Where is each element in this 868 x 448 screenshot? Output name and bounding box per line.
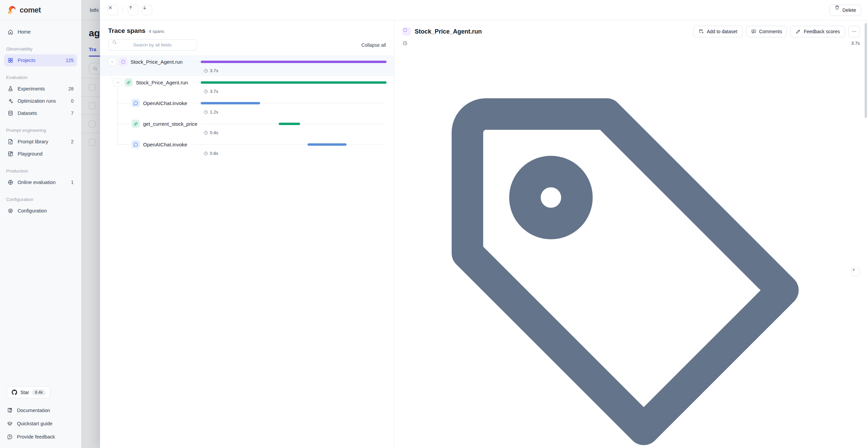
sidebar-link-label: Provide feedback bbox=[17, 434, 55, 440]
span-name: Stock_Price_Agent.run bbox=[131, 59, 182, 65]
span-duration-label: 3.7s bbox=[203, 68, 218, 73]
sidebar-link-label: Documentation bbox=[17, 408, 50, 413]
expand-chevron-button[interactable] bbox=[114, 78, 122, 86]
comment-icon bbox=[751, 29, 756, 34]
star-count-badge: 8.4k bbox=[32, 389, 46, 395]
sidebar-item-count: 2 bbox=[71, 139, 74, 144]
trace-span-row[interactable]: OpenAIChat.invoke1.2s bbox=[100, 97, 394, 117]
sidebar-item-label: Experiments bbox=[18, 86, 64, 91]
add-to-dataset-button[interactable]: Add to dataset bbox=[693, 26, 742, 37]
sidebar-link-quickstart-guide[interactable]: Quickstart guide bbox=[7, 417, 74, 430]
add-tag-button[interactable] bbox=[851, 267, 860, 276]
clock-icon bbox=[402, 41, 849, 46]
trace-span-icon bbox=[119, 58, 127, 66]
span-name: OpenAIChat.invoke bbox=[143, 100, 187, 106]
span-duration-bar bbox=[201, 102, 260, 104]
span-name: get_current_stock_price bbox=[143, 121, 197, 127]
database-icon bbox=[7, 110, 14, 116]
comet-logo[interactable]: comet bbox=[7, 5, 41, 15]
book-icon bbox=[7, 407, 13, 413]
ellipsis-icon bbox=[851, 29, 857, 34]
span-duration-bar bbox=[201, 61, 387, 63]
sidebar-item-count: 7 bbox=[71, 110, 74, 116]
span-search-box[interactable] bbox=[108, 39, 197, 50]
sidebar-section: Prompt engineeringPrompt library2Playgro… bbox=[0, 127, 81, 160]
sidebar-item-label: Projects bbox=[18, 58, 62, 63]
span-duration-bar bbox=[201, 81, 387, 84]
sidebar-item-count: 0 bbox=[71, 98, 74, 104]
detail-actions: Add to datasetCommentsFeedback scores bbox=[693, 26, 860, 37]
span-search-input[interactable] bbox=[133, 42, 193, 47]
sidebar-section-label: Evaluation bbox=[0, 74, 81, 81]
span-duration-bar bbox=[308, 143, 347, 146]
trace-detail-drawer: Delete Trace spans 4 spans Collapse all bbox=[100, 0, 868, 448]
sidebar-header: comet bbox=[0, 0, 81, 20]
button-label: Comments bbox=[759, 29, 782, 34]
delete-button[interactable]: Delete bbox=[829, 4, 861, 16]
trace-span-row[interactable]: Stock_Price_Agent.run3.7s bbox=[100, 76, 394, 97]
sidebar-item-prompt-library[interactable]: Prompt library2 bbox=[4, 136, 77, 148]
span-details-panel: Stock_Price_Agent.run Add to datasetComm… bbox=[394, 20, 868, 448]
link-span-icon bbox=[124, 78, 133, 86]
trace-span-row[interactable]: Stock_Price_Agent.run3.7s bbox=[100, 55, 394, 76]
expand-chevron-button[interactable] bbox=[108, 58, 116, 66]
duration-text: 3.7s bbox=[210, 89, 218, 94]
agent-span-icon bbox=[402, 27, 411, 36]
sidebar-item-label: Playground bbox=[18, 151, 74, 157]
span-title: Stock_Price_Agent.run bbox=[415, 28, 482, 35]
sidebar-item-optimization-runs[interactable]: Optimization runs0 bbox=[4, 95, 77, 107]
trace-spans-title: Trace spans bbox=[108, 27, 145, 35]
sidebar-section-label: Configuration bbox=[0, 196, 81, 203]
clock-icon bbox=[203, 68, 208, 73]
sidebar-footer: Star 8.4k DocumentationQuickstart guideP… bbox=[0, 386, 81, 443]
sidebar-item-projects[interactable]: Projects125 bbox=[4, 54, 77, 66]
clock-icon bbox=[203, 110, 208, 115]
sidebar-section: ObservabilityProjects125 bbox=[0, 45, 81, 66]
span-tree: Stock_Price_Agent.run3.7sStock_Price_Age… bbox=[100, 55, 394, 159]
sidebar-item-configuration[interactable]: Configuration bbox=[4, 205, 77, 217]
duration-text: 0.4s bbox=[210, 130, 218, 135]
grad-cap-icon bbox=[7, 421, 13, 427]
trace-span-row[interactable]: OpenAIChat.invoke0.8s bbox=[100, 138, 394, 159]
previous-trace-button[interactable] bbox=[128, 5, 138, 15]
sidebar-item-label: Configuration bbox=[18, 208, 74, 213]
feedback-scores-button[interactable]: Feedback scores bbox=[790, 26, 845, 37]
trace-span-row[interactable]: get_current_stock_price0.4s bbox=[100, 117, 394, 138]
github-star-button[interactable]: Star 8.4k bbox=[7, 386, 50, 398]
timeline-baseline bbox=[191, 144, 386, 145]
collapse-all-button[interactable]: Collapse all bbox=[361, 42, 386, 48]
chat-span-icon bbox=[132, 99, 140, 107]
sidebar-section-label: Production bbox=[0, 167, 81, 174]
prompt-doc-icon bbox=[7, 139, 14, 145]
comments-button[interactable]: Comments bbox=[746, 26, 787, 37]
sidebar-item-count: 1 bbox=[71, 180, 74, 185]
comet-logo-text: comet bbox=[20, 6, 41, 15]
next-trace-button[interactable] bbox=[142, 5, 152, 15]
tag-icon bbox=[402, 49, 848, 448]
sidebar-item-home[interactable]: Home bbox=[4, 26, 77, 38]
span-row-main: get_current_stock_price bbox=[100, 117, 394, 130]
home-icon bbox=[7, 29, 14, 35]
clock-icon bbox=[203, 151, 208, 156]
sidebar-section-label: Prompt engineering bbox=[0, 127, 81, 134]
scrollbar-thumb[interactable] bbox=[865, 23, 867, 118]
sidebar-item-experiments[interactable]: Experiments28 bbox=[4, 83, 77, 95]
sidebar-link-provide-feedback[interactable]: Provide feedback bbox=[7, 430, 74, 443]
drawer-toolbar: Delete bbox=[100, 0, 868, 20]
sidebar-item-label: Datasets bbox=[18, 110, 67, 116]
sidebar-link-documentation[interactable]: Documentation bbox=[7, 404, 74, 417]
close-button[interactable] bbox=[107, 5, 118, 15]
span-duration-label: 1.2s bbox=[203, 109, 218, 115]
more-actions-button[interactable] bbox=[848, 26, 860, 37]
pen-icon bbox=[795, 29, 801, 34]
sidebar-item-label: Online evaluation bbox=[18, 180, 67, 185]
span-name: OpenAIChat.invoke bbox=[143, 142, 187, 147]
sidebar-item-online-evaluation[interactable]: Online evaluation1 bbox=[4, 176, 77, 188]
trace-spans-panel: Trace spans 4 spans Collapse all Stock_P bbox=[100, 20, 394, 448]
span-duration-label: 0.4s bbox=[203, 130, 218, 135]
sidebar-section: ConfigurationConfiguration bbox=[0, 196, 81, 217]
sidebar-item-datasets[interactable]: Datasets7 bbox=[4, 107, 77, 119]
sidebar-item-playground[interactable]: Playground bbox=[4, 148, 77, 160]
flask-icon bbox=[7, 86, 14, 92]
feedback-icon bbox=[7, 434, 13, 440]
